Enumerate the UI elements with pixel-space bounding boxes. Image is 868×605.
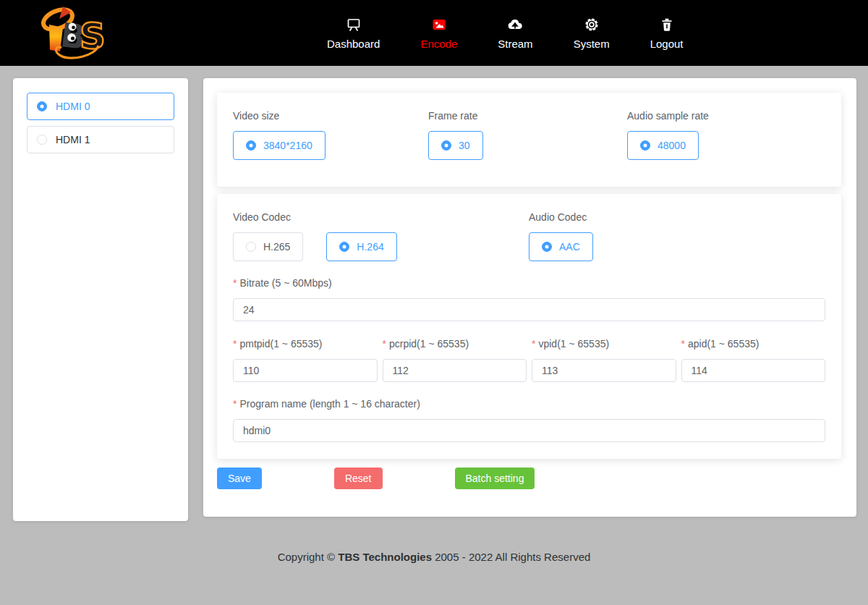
program-name-label: *Program name (length 1 ~ 16 character) — [233, 398, 825, 410]
hdmi-option-label: HDMI 0 — [56, 101, 90, 112]
video-codec-h265-option[interactable]: H.265 — [233, 232, 303, 261]
apid-group: *apid(1 ~ 65535) — [681, 338, 826, 382]
cloud-upload-icon — [507, 17, 523, 33]
encode-settings-panel: Video size 3840*2160 Frame rate 30 Audio… — [203, 78, 856, 517]
nav-menu: Dashboard Encode Stream System — [327, 0, 684, 66]
trash-icon — [659, 17, 675, 33]
required-mark: * — [233, 277, 237, 289]
batch-setting-button[interactable]: Batch setting — [455, 468, 535, 489]
action-buttons-row: Save Reset Batch setting — [217, 468, 856, 489]
page-content: HDMI 0 HDMI 1 Video size 3840*2160 Frame… — [0, 66, 868, 605]
sidebar-item-hdmi1[interactable]: HDMI 1 — [27, 126, 174, 153]
nav-item-encode[interactable]: Encode — [420, 17, 457, 50]
hdmi-source-panel: HDMI 0 HDMI 1 — [13, 78, 188, 521]
audio-codec-aac-option[interactable]: AAC — [529, 232, 593, 261]
program-name-input[interactable] — [233, 419, 825, 442]
video-codec-h265-label: H.265 — [263, 241, 290, 253]
audio-sample-rate-group: Audio sample rate 48000 — [627, 110, 825, 160]
vpid-group: *vpid(1 ~ 65535) — [532, 338, 676, 382]
audio-codec-group: Audio Codec AAC — [529, 211, 825, 261]
top-navbar: B S Dashboard Encode — [0, 0, 868, 66]
radio-selected-icon — [246, 140, 256, 151]
pid-fields-row: *pmtpid(1 ~ 65535) *pcrpid(1 ~ 65535) *v… — [233, 338, 825, 382]
radio-selected-icon — [339, 242, 349, 252]
video-size-option[interactable]: 3840*2160 — [233, 131, 326, 160]
brand-name: TBS Technologies — [338, 551, 432, 563]
sidebar-item-hdmi0[interactable]: HDMI 0 — [27, 93, 174, 120]
tbs-logo[interactable]: B S — [30, 2, 114, 63]
nav-item-label: Encode — [420, 38, 457, 50]
apid-label: *apid(1 ~ 65535) — [681, 338, 826, 350]
frame-rate-value: 30 — [459, 140, 470, 151]
pmtpid-input[interactable] — [233, 359, 378, 382]
pcrpid-input[interactable] — [383, 359, 527, 382]
radio-selected-icon — [37, 101, 47, 111]
required-mark: * — [532, 338, 535, 350]
audio-codec-label: Audio Codec — [529, 211, 825, 223]
radio-selected-icon — [441, 140, 451, 151]
bitrate-group: *Bitrate (5 ~ 60Mbps) — [233, 277, 825, 321]
audio-sample-rate-value: 48000 — [658, 140, 686, 151]
pcrpid-label: *pcrpid(1 ~ 65535) — [383, 338, 527, 350]
nav-item-stream[interactable]: Stream — [498, 17, 532, 50]
nav-item-label: Dashboard — [327, 38, 380, 50]
frame-rate-option[interactable]: 30 — [428, 131, 483, 160]
nav-item-dashboard[interactable]: Dashboard — [327, 17, 380, 50]
video-codec-h264-label: H.264 — [357, 241, 383, 253]
video-size-value: 3840*2160 — [263, 140, 312, 151]
audio-codec-aac-label: AAC — [559, 241, 580, 253]
radio-selected-icon — [640, 140, 650, 151]
frame-rate-label: Frame rate — [428, 110, 627, 122]
gear-icon — [584, 17, 600, 33]
pmtpid-group: *pmtpid(1 ~ 65535) — [233, 338, 378, 382]
video-codec-h264-option[interactable]: H.264 — [326, 232, 396, 261]
copyright-prefix: Copyright © — [278, 551, 339, 563]
video-size-group: Video size 3840*2160 — [233, 110, 428, 160]
required-mark: * — [233, 398, 237, 410]
copyright-footer: Copyright © TBS Technologies 2005 - 2022… — [0, 551, 868, 563]
frame-rate-group: Frame rate 30 — [428, 110, 627, 160]
radio-unselected-icon — [37, 135, 47, 145]
reset-button[interactable]: Reset — [334, 468, 383, 489]
radio-selected-icon — [542, 242, 552, 252]
save-button[interactable]: Save — [217, 468, 262, 489]
pmtpid-label: *pmtpid(1 ~ 65535) — [233, 338, 378, 350]
hdmi-option-label: HDMI 1 — [56, 134, 90, 145]
program-name-group: *Program name (length 1 ~ 16 character) — [233, 398, 825, 442]
nav-item-system[interactable]: System — [574, 17, 610, 50]
presentation-board-icon — [346, 17, 362, 33]
svg-text:S: S — [80, 15, 106, 57]
audio-sample-rate-label: Audio sample rate — [627, 110, 825, 122]
video-size-label: Video size — [233, 110, 428, 122]
bitrate-input[interactable] — [233, 298, 825, 321]
codec-settings-card: Video Codec H.265 H.264 Audio Codec — [217, 194, 841, 459]
required-mark: * — [681, 338, 685, 350]
apid-input[interactable] — [681, 359, 826, 382]
required-mark: * — [233, 338, 237, 350]
nav-item-label: Stream — [498, 38, 532, 50]
vpid-input[interactable] — [532, 359, 676, 382]
nav-item-label: Logout — [650, 38, 684, 50]
image-icon — [431, 17, 447, 33]
required-mark: * — [383, 338, 386, 350]
vpid-label: *vpid(1 ~ 65535) — [532, 338, 676, 350]
rates-card: Video size 3840*2160 Frame rate 30 Audio… — [217, 93, 841, 187]
radio-unselected-icon — [246, 242, 256, 252]
nav-item-logout[interactable]: Logout — [650, 17, 684, 50]
nav-item-label: System — [574, 38, 610, 50]
video-codec-label: Video Codec — [233, 211, 529, 223]
copyright-suffix: 2005 - 2022 All Rights Reserved — [432, 551, 590, 563]
bitrate-label: *Bitrate (5 ~ 60Mbps) — [233, 277, 825, 289]
video-codec-group: Video Codec H.265 H.264 — [233, 211, 529, 261]
audio-sample-rate-option[interactable]: 48000 — [627, 131, 699, 160]
pcrpid-group: *pcrpid(1 ~ 65535) — [383, 338, 527, 382]
